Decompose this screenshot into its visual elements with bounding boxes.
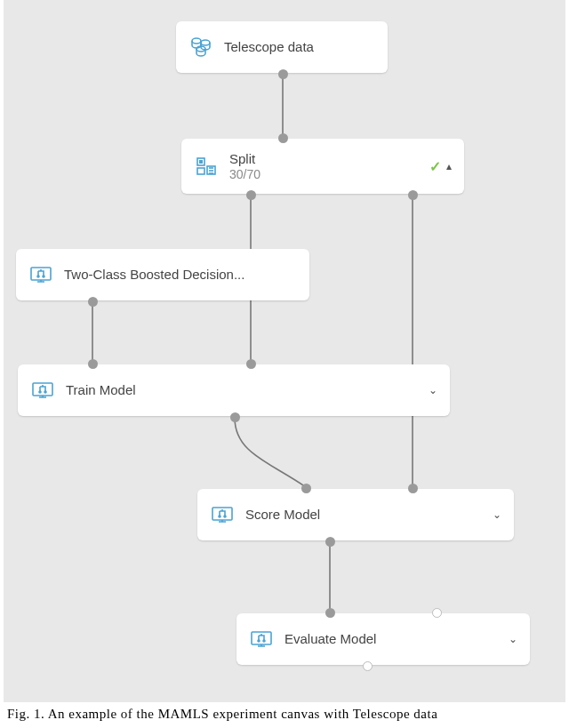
port-split-out-left[interactable] [246, 190, 256, 200]
svg-point-0 [192, 38, 201, 44]
svg-rect-9 [197, 168, 204, 174]
node-subtitle: 30/70 [229, 167, 429, 182]
port-train-in-left[interactable] [88, 359, 98, 369]
port-train-out[interactable] [230, 412, 240, 422]
svg-point-1 [201, 40, 210, 45]
svg-point-14 [39, 391, 41, 393]
port-score-out[interactable] [325, 537, 335, 547]
node-split[interactable]: Split 30/70 ✓ ▴ [181, 139, 464, 194]
ml-module-icon [249, 627, 274, 652]
port-score-in-right[interactable] [408, 484, 418, 493]
port-boosted-out[interactable] [88, 297, 98, 307]
ml-module-icon [28, 262, 53, 287]
node-title: Evaluate Model [284, 631, 509, 647]
svg-point-15 [44, 391, 46, 393]
port-split-in[interactable] [278, 133, 288, 143]
node-title: Two-Class Boosted Decision... [64, 267, 297, 283]
svg-point-18 [224, 516, 226, 517]
port-telescope-out[interactable] [278, 69, 288, 79]
chevron-down-icon[interactable]: ⌄ [429, 384, 437, 396]
svg-rect-4 [199, 160, 203, 164]
node-title: Train Model [66, 382, 429, 398]
svg-point-11 [37, 276, 39, 277]
port-evaluate-in-right[interactable] [432, 608, 442, 618]
figure-caption: Fig. 1. An example of the MAMLS experime… [7, 707, 437, 722]
experiment-canvas[interactable]: Telescope data Split 30/70 ✓ [4, 0, 565, 702]
split-icon [194, 154, 219, 179]
ml-module-icon [30, 378, 55, 403]
node-evaluate-model[interactable]: Evaluate Model ⌄ [236, 613, 530, 665]
port-train-in-right[interactable] [246, 359, 256, 369]
svg-point-12 [43, 276, 44, 277]
check-icon: ✓ [429, 158, 441, 175]
node-boosted-decision[interactable]: Two-Class Boosted Decision... [16, 249, 309, 300]
node-title: Split [229, 151, 429, 167]
svg-point-21 [263, 640, 265, 642]
chevron-down-icon[interactable]: ⌄ [509, 633, 517, 645]
node-train-model[interactable]: Train Model ⌄ [18, 364, 450, 416]
svg-point-17 [219, 516, 220, 517]
ml-module-icon [210, 502, 235, 527]
node-title: Telescope data [224, 39, 375, 55]
connectors-layer [4, 0, 565, 702]
node-telescope-data[interactable]: Telescope data [176, 21, 388, 73]
port-evaluate-out[interactable] [363, 661, 373, 671]
chevron-down-icon[interactable]: ⌄ [493, 508, 501, 521]
svg-point-20 [258, 640, 260, 642]
node-score-model[interactable]: Score Model ⌄ [197, 489, 514, 540]
port-evaluate-in-left[interactable] [325, 608, 335, 618]
node-title: Score Model [245, 507, 493, 523]
chevron-up-icon[interactable]: ▴ [446, 160, 452, 172]
port-split-out-right[interactable] [408, 190, 418, 200]
database-icon [188, 35, 213, 60]
port-score-in-left[interactable] [301, 484, 311, 493]
